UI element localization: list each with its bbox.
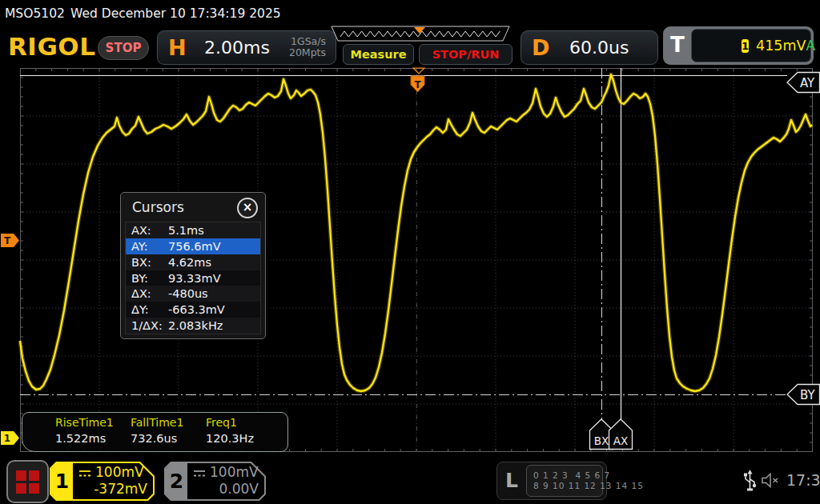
measurement-value: 1.522ms bbox=[55, 432, 106, 445]
cursor-readout-row[interactable]: AY:756.6mV bbox=[126, 238, 260, 254]
cursors-dialog[interactable]: Cursors × AX:5.1msAY:756.6mVBX:4.62msBY:… bbox=[120, 192, 266, 339]
channel-1-offset: -372mV bbox=[94, 481, 147, 497]
svg-text:AX: AX bbox=[613, 434, 628, 447]
usb-icon bbox=[743, 470, 757, 494]
dc-coupling-icon bbox=[193, 469, 207, 478]
svg-text:BY: BY bbox=[800, 388, 815, 402]
cursor-readout-label: AX: bbox=[131, 224, 168, 237]
cursor-readout-row[interactable]: BY:93.33mV bbox=[126, 270, 260, 286]
svg-text:BX: BX bbox=[594, 434, 609, 447]
close-icon[interactable]: × bbox=[237, 198, 258, 218]
cursor-readout-value: 93.33mV bbox=[168, 272, 221, 285]
cursors-dialog-title: Cursors bbox=[132, 199, 184, 215]
svg-text:AY: AY bbox=[800, 76, 815, 90]
speaker-muted-icon bbox=[761, 472, 780, 489]
cursor-readout-row[interactable]: ΔY:-663.3mV bbox=[126, 302, 260, 318]
menu-grid-button[interactable] bbox=[6, 460, 49, 503]
cursor-readout-value: 2.083kHz bbox=[168, 319, 223, 332]
channel-1-tab[interactable]: 1 100mV -372mV bbox=[50, 462, 155, 501]
cursor-readout-label: ΔX: bbox=[131, 287, 168, 300]
cursor-readout-list: AX:5.1msAY:756.6mVBX:4.62msBY:93.33mVΔX:… bbox=[125, 222, 261, 334]
svg-text:1: 1 bbox=[4, 433, 10, 444]
cursor-readout-value: -663.3mV bbox=[168, 303, 225, 316]
channel-2-offset: 0.00V bbox=[219, 481, 259, 497]
cursor-readout-row[interactable]: AX:5.1ms bbox=[126, 222, 260, 238]
cursor-readout-label: BX: bbox=[131, 256, 168, 269]
cursor-readout-value: 756.6mV bbox=[168, 240, 221, 253]
cursor-readout-row[interactable]: 1/ΔX:2.083kHz bbox=[126, 318, 260, 334]
cursor-readout-value: 4.62ms bbox=[168, 256, 211, 269]
svg-text:T: T bbox=[414, 79, 421, 90]
dc-coupling-icon bbox=[78, 469, 92, 478]
channel-2-scale: 100mV bbox=[210, 464, 259, 480]
menu-grid-icon bbox=[15, 469, 41, 494]
clock-text: 17:33 bbox=[786, 471, 820, 489]
channel-1-number: 1 bbox=[51, 463, 73, 499]
logic-label: L bbox=[505, 469, 518, 492]
logic-channels-tab[interactable]: L 0 1 2 3 4 5 6 7 8 9 10 11 12 13 14 15 bbox=[496, 462, 607, 500]
measurement-label: RiseTime1 bbox=[55, 416, 114, 429]
measurement-value: 120.3Hz bbox=[206, 432, 254, 445]
cursor-readout-label: ΔY: bbox=[131, 303, 168, 316]
oscilloscope-screen: { "titlebar": {"model": "MSO5102", "date… bbox=[0, 0, 820, 504]
svg-text:T: T bbox=[4, 235, 11, 246]
measurement-label: FallTime1 bbox=[131, 416, 183, 429]
cursor-readout-label: AY: bbox=[131, 240, 168, 253]
cursor-readout-value: 5.1ms bbox=[168, 224, 204, 237]
cursor-readout-label: BY: bbox=[131, 272, 168, 285]
logic-channel-numbers: 0 1 2 3 4 5 6 7 8 9 10 11 12 13 14 15 bbox=[526, 465, 603, 497]
channel-2-number: 2 bbox=[166, 463, 187, 499]
cursor-readout-value: -480us bbox=[168, 287, 208, 300]
measurement-value: 732.6us bbox=[131, 432, 177, 445]
channel-1-scale: 100mV bbox=[95, 464, 144, 480]
measurements-panel[interactable]: RiseTime11.522msFallTime1732.6usFreq1120… bbox=[22, 412, 288, 452]
cursor-readout-label: 1/ΔX: bbox=[131, 319, 168, 332]
channel-2-tab[interactable]: 2 100mV 0.00V bbox=[164, 462, 266, 501]
cursor-readout-row[interactable]: BX:4.62ms bbox=[126, 254, 260, 270]
measurement-label: Freq1 bbox=[206, 416, 237, 429]
cursor-readout-row[interactable]: ΔX:-480us bbox=[126, 286, 260, 302]
trigger-position-arrow-icon bbox=[413, 68, 424, 74]
